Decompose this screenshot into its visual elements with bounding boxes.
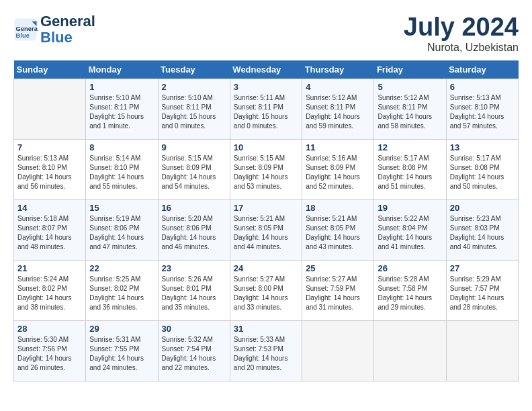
day-info: Sunrise: 5:10 AMSunset: 8:11 PMDaylight:… [89,93,154,131]
calendar-week-row: 1Sunrise: 5:10 AMSunset: 8:11 PMDaylight… [14,79,519,139]
calendar-cell: 20Sunrise: 5:23 AMSunset: 8:03 PMDayligh… [446,199,518,260]
day-number: 24 [234,263,298,273]
day-info: Sunrise: 5:21 AMSunset: 8:05 PMDaylight:… [306,214,370,252]
day-number: 12 [378,142,442,152]
day-info: Sunrise: 5:10 AMSunset: 8:11 PMDaylight:… [162,93,226,131]
svg-text:General: General [16,26,38,32]
day-info: Sunrise: 5:17 AMSunset: 8:08 PMDaylight:… [378,154,442,191]
day-number: 27 [450,263,515,273]
page-header: General Blue General Blue July 2024 Nuro… [13,13,519,54]
calendar-cell: 9Sunrise: 5:15 AMSunset: 8:09 PMDaylight… [158,139,230,199]
day-of-week-header: Tuesday [158,60,230,79]
day-info: Sunrise: 5:28 AMSunset: 7:58 PMDaylight:… [378,275,442,312]
day-info: Sunrise: 5:12 AMSunset: 8:11 PMDaylight:… [378,93,442,131]
day-number: 17 [234,203,298,213]
day-info: Sunrise: 5:14 AMSunset: 8:10 PMDaylight:… [89,154,154,191]
day-info: Sunrise: 5:12 AMSunset: 8:11 PMDaylight:… [306,93,370,131]
day-number: 5 [378,82,442,92]
day-info: Sunrise: 5:13 AMSunset: 8:10 PMDaylight:… [17,154,82,191]
calendar-cell [374,320,446,381]
day-of-week-header: Saturday [446,60,518,79]
calendar-cell: 3Sunrise: 5:11 AMSunset: 8:11 PMDaylight… [230,79,302,139]
calendar-cell: 29Sunrise: 5:31 AMSunset: 7:55 PMDayligh… [86,320,158,381]
day-number: 10 [234,142,298,152]
day-number: 18 [306,203,370,213]
day-info: Sunrise: 5:11 AMSunset: 8:11 PMDaylight:… [234,93,298,131]
day-info: Sunrise: 5:15 AMSunset: 8:09 PMDaylight:… [162,154,226,191]
day-info: Sunrise: 5:32 AMSunset: 7:54 PMDaylight:… [162,335,226,373]
day-number: 15 [89,203,154,213]
svg-text:Blue: Blue [16,32,30,39]
calendar-cell: 5Sunrise: 5:12 AMSunset: 8:11 PMDaylight… [374,79,446,139]
day-number: 29 [89,324,154,334]
day-number: 13 [450,142,515,152]
day-number: 23 [162,263,226,273]
calendar-cell: 30Sunrise: 5:32 AMSunset: 7:54 PMDayligh… [158,320,230,381]
day-info: Sunrise: 5:17 AMSunset: 8:08 PMDaylight:… [450,154,515,191]
calendar-week-row: 28Sunrise: 5:30 AMSunset: 7:56 PMDayligh… [14,320,519,381]
day-info: Sunrise: 5:26 AMSunset: 8:01 PMDaylight:… [162,275,226,312]
day-info: Sunrise: 5:22 AMSunset: 8:04 PMDaylight:… [378,214,442,252]
day-info: Sunrise: 5:27 AMSunset: 7:59 PMDaylight:… [306,275,370,312]
calendar-cell: 13Sunrise: 5:17 AMSunset: 8:08 PMDayligh… [446,139,518,199]
calendar-week-row: 21Sunrise: 5:24 AMSunset: 8:02 PMDayligh… [14,260,519,320]
day-info: Sunrise: 5:18 AMSunset: 8:07 PMDaylight:… [17,214,82,252]
calendar-cell [14,79,86,139]
day-number: 7 [17,142,82,152]
location: Nurota, Uzbekistan [404,42,519,54]
logo-icon: General Blue [13,17,38,42]
day-of-week-header: Thursday [302,60,374,79]
title-block: July 2024 Nurota, Uzbekistan [404,13,519,54]
calendar-table: SundayMondayTuesdayWednesdayThursdayFrid… [13,60,519,381]
day-info: Sunrise: 5:25 AMSunset: 8:02 PMDaylight:… [89,275,154,312]
day-number: 8 [89,142,154,152]
calendar-cell: 25Sunrise: 5:27 AMSunset: 7:59 PMDayligh… [302,260,374,320]
day-info: Sunrise: 5:27 AMSunset: 8:00 PMDaylight:… [234,275,298,312]
calendar-cell: 31Sunrise: 5:33 AMSunset: 7:53 PMDayligh… [230,320,302,381]
calendar-cell: 26Sunrise: 5:28 AMSunset: 7:58 PMDayligh… [374,260,446,320]
day-info: Sunrise: 5:19 AMSunset: 8:06 PMDaylight:… [89,214,154,252]
calendar-cell [446,320,518,381]
day-number: 31 [234,324,298,334]
calendar-cell: 2Sunrise: 5:10 AMSunset: 8:11 PMDaylight… [158,79,230,139]
calendar-cell: 23Sunrise: 5:26 AMSunset: 8:01 PMDayligh… [158,260,230,320]
calendar-cell: 11Sunrise: 5:16 AMSunset: 8:09 PMDayligh… [302,139,374,199]
calendar-cell: 17Sunrise: 5:21 AMSunset: 8:05 PMDayligh… [230,199,302,260]
month-year: July 2024 [404,13,519,42]
day-number: 16 [162,203,226,213]
day-info: Sunrise: 5:23 AMSunset: 8:03 PMDaylight:… [450,214,515,252]
calendar-week-row: 7Sunrise: 5:13 AMSunset: 8:10 PMDaylight… [14,139,519,199]
day-number: 6 [450,82,515,92]
day-of-week-header: Monday [86,60,158,79]
calendar-cell: 7Sunrise: 5:13 AMSunset: 8:10 PMDaylight… [14,139,86,199]
header-row: SundayMondayTuesdayWednesdayThursdayFrid… [14,60,519,79]
day-number: 20 [450,203,515,213]
calendar-cell: 1Sunrise: 5:10 AMSunset: 8:11 PMDaylight… [86,79,158,139]
day-number: 25 [306,263,370,273]
calendar-cell: 4Sunrise: 5:12 AMSunset: 8:11 PMDaylight… [302,79,374,139]
calendar-cell: 24Sunrise: 5:27 AMSunset: 8:00 PMDayligh… [230,260,302,320]
calendar-cell: 14Sunrise: 5:18 AMSunset: 8:07 PMDayligh… [14,199,86,260]
calendar-cell: 8Sunrise: 5:14 AMSunset: 8:10 PMDaylight… [86,139,158,199]
day-number: 19 [378,203,442,213]
day-info: Sunrise: 5:16 AMSunset: 8:09 PMDaylight:… [306,154,370,191]
calendar-body: 1Sunrise: 5:10 AMSunset: 8:11 PMDaylight… [14,79,519,381]
day-number: 14 [17,203,82,213]
day-info: Sunrise: 5:30 AMSunset: 7:56 PMDaylight:… [17,335,82,373]
day-info: Sunrise: 5:20 AMSunset: 8:06 PMDaylight:… [162,214,226,252]
calendar-cell: 10Sunrise: 5:15 AMSunset: 8:09 PMDayligh… [230,139,302,199]
day-number: 3 [234,82,298,92]
calendar-cell: 21Sunrise: 5:24 AMSunset: 8:02 PMDayligh… [14,260,86,320]
day-number: 2 [162,82,226,92]
calendar-header: SundayMondayTuesdayWednesdayThursdayFrid… [14,60,519,79]
calendar-cell: 12Sunrise: 5:17 AMSunset: 8:08 PMDayligh… [374,139,446,199]
calendar-week-row: 14Sunrise: 5:18 AMSunset: 8:07 PMDayligh… [14,199,519,260]
calendar-cell [302,320,374,381]
day-info: Sunrise: 5:24 AMSunset: 8:02 PMDaylight:… [17,275,82,312]
day-info: Sunrise: 5:31 AMSunset: 7:55 PMDaylight:… [89,335,154,373]
day-info: Sunrise: 5:15 AMSunset: 8:09 PMDaylight:… [234,154,298,191]
day-number: 30 [162,324,226,334]
calendar-cell: 15Sunrise: 5:19 AMSunset: 8:06 PMDayligh… [86,199,158,260]
day-info: Sunrise: 5:13 AMSunset: 8:10 PMDaylight:… [450,93,515,131]
calendar-cell: 22Sunrise: 5:25 AMSunset: 8:02 PMDayligh… [86,260,158,320]
